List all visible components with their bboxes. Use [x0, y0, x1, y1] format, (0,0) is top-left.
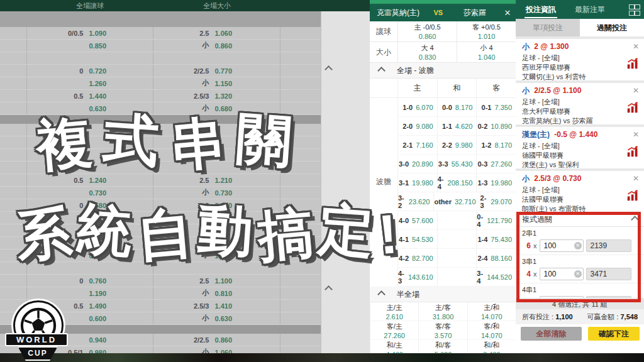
htft-cell[interactable]: 客/客 3.570 [418, 321, 467, 340]
score-odds: 75.430 [491, 236, 512, 243]
bet-sport: 足球 - [全場] [522, 186, 560, 194]
overunder-line: 2/2.5 [194, 67, 209, 75]
score-odds: 19.980 [412, 179, 433, 187]
section-halftime-fulltime[interactable]: 半全場 [370, 287, 516, 302]
score-cell-home[interactable]: 2-0 9.080 [397, 117, 437, 136]
score-cell-away[interactable]: 0-2 10.890 [476, 117, 516, 136]
subtab-single-bet[interactable]: 單項投注 [516, 19, 580, 36]
close-icon[interactable]: ✕ [499, 8, 516, 18]
correct-score-row-label: 波膽 [376, 177, 391, 187]
htft-label: 客/客 [435, 322, 451, 331]
score-cell-away[interactable]: 1-4 75.430 [476, 230, 516, 249]
promo-text-char: 串 [168, 114, 228, 173]
score-cell-home[interactable]: 4-3 143.610 [397, 268, 437, 287]
grid-icon[interactable] [629, 4, 639, 16]
score-cell-draw[interactable]: 4-4 208.150 [437, 173, 477, 192]
vs-label: VS [426, 9, 450, 16]
score-cell-draw[interactable] [437, 230, 477, 249]
htft-cell[interactable]: 主/客 31.800 [418, 302, 467, 321]
overunder-line: 2.5 [199, 177, 209, 184]
score-cell-draw[interactable] [437, 211, 477, 230]
score-cell-home[interactable]: 2-1 7.160 [397, 136, 437, 155]
overunder-line: 小 [202, 314, 209, 323]
promo-text-line1: 複式串關 [36, 114, 303, 170]
htft-label: 客/主 [387, 322, 402, 331]
score-cell-home[interactable]: 3-1 19.980 [397, 173, 437, 192]
odds-cell-home[interactable]: 大 4 0.830 [397, 42, 457, 62]
world-cup-badge: WORLD CUP [5, 300, 68, 362]
clear-input-icon[interactable]: ✕ [574, 242, 582, 250]
score-cell-home[interactable]: 4-2 82.700 [397, 249, 437, 268]
odds-cell-away[interactable]: 客 +0/0.5 1.010 [457, 21, 516, 41]
close-icon[interactable]: ✕ [633, 174, 639, 183]
handicap-line: 0 [79, 67, 83, 75]
score-row: 2-0 9.080 1-1 4.620 0-2 10.890 [370, 117, 516, 136]
score-cell-draw[interactable]: other 32.710 [433, 192, 479, 211]
tab-latest-bets[interactable]: 最新注單 [574, 1, 606, 18]
stats-chart-icon[interactable] [626, 146, 639, 160]
score-cell-away[interactable]: 1-3 19.980 [476, 173, 516, 192]
parlay-combo-count: 6 [519, 241, 531, 250]
htft-cell[interactable]: 客/主 27.260 [370, 321, 418, 340]
promo-text-char: 搞 [256, 204, 316, 264]
score-label: 3-0 [399, 160, 409, 168]
score-cell-home[interactable]: 4-1 54.530 [397, 230, 437, 249]
handicap-cell: 1.260 [26, 77, 153, 89]
stats-chart-icon[interactable] [626, 190, 639, 204]
section-correct-score[interactable]: 全場 - 波膽 [370, 63, 516, 79]
score-label: 1-1 [442, 123, 452, 130]
score-cell-draw[interactable]: 0-0 8.170 [437, 98, 477, 117]
clear-all-button[interactable]: 全部清除 [521, 327, 582, 341]
stats-chart-icon[interactable] [626, 102, 639, 116]
tab-bet-info[interactable]: 投注資訊 [525, 1, 557, 18]
bet-card: 漢堡(主) -0.5 @ 1.440 ✕ 足球 - [全場] 德國甲級聯賽 漢堡… [516, 124, 644, 168]
score-row-spacer [370, 117, 397, 136]
score-cell-away[interactable]: 3-4 144.520 [476, 268, 516, 287]
score-cell-away[interactable]: 0-3 27.260 [476, 155, 516, 173]
score-cell-away[interactable]: 0-1 7.350 [476, 98, 516, 117]
score-cell-away[interactable]: 1-2 8.170 [476, 136, 516, 155]
collapsed-panel-strip [321, 11, 370, 353]
score-cell-draw[interactable]: 1-1 4.620 [437, 117, 477, 136]
empty-cell [280, 334, 320, 346]
htft-cell[interactable]: 主/和 14.070 [467, 302, 516, 321]
bet-selection-name: 小 [522, 42, 530, 51]
overunder-cell: 2.5 1.060 [153, 27, 280, 39]
score-cell-home[interactable]: 4-0 57.600 [397, 211, 437, 230]
score-cell-away[interactable]: 0-4 121.790 [476, 211, 516, 230]
score-cell-home[interactable]: 3-0 20.890 [397, 155, 437, 173]
empty-cell [280, 90, 320, 102]
subtab-parlay-bet[interactable]: 過關投注 [580, 19, 644, 36]
parlay-combo-count: 4 [519, 270, 531, 278]
score-cell-home[interactable]: 3-2 23.620 [397, 192, 433, 211]
score-cell-away[interactable]: 2-3 29.070 [480, 192, 516, 211]
score-cell-home[interactable]: 1-0 6.070 [397, 98, 437, 117]
confirm-bet-button[interactable]: 確認下注 [588, 327, 640, 341]
score-cell-draw[interactable]: 2-2 9.980 [437, 136, 477, 155]
row-label-cell [0, 102, 26, 114]
close-icon[interactable]: ✕ [633, 86, 639, 95]
score-cell-draw[interactable] [437, 249, 477, 268]
overunder-cell: 2.5 1.100 [153, 275, 280, 287]
htft-cell[interactable]: 主/主 2.610 [370, 302, 418, 321]
score-row-spacer [370, 268, 397, 287]
stats-chart-icon[interactable] [626, 58, 639, 72]
score-cell-away[interactable]: 2-4 88.160 [476, 249, 516, 268]
score-cell-draw[interactable]: 3-3 55.430 [437, 155, 477, 173]
clear-input-icon[interactable]: ✕ [574, 270, 582, 278]
htft-cell[interactable]: 客/和 14.070 [467, 321, 516, 340]
parlay-title-row[interactable]: 複式過關 [516, 212, 644, 227]
bet-league-line: 西班牙甲級聯賽 [516, 63, 644, 72]
bet-selection-header: 漢堡(主) -0.5 @ 1.440 [516, 127, 644, 141]
odds-cell-home[interactable]: 主 -0/0.5 0.860 [397, 21, 457, 41]
score-odds: 82.700 [412, 255, 433, 262]
bet-line-and-odds: 2.5/3 @ 0.730 [534, 174, 581, 183]
score-cell-draw[interactable] [437, 268, 477, 287]
overunder-cell: 2/2.5 0.770 [153, 65, 280, 77]
promo-text-char: 定 [316, 201, 375, 260]
close-icon[interactable]: ✕ [633, 42, 639, 51]
odds-cell-away[interactable]: 小 4 1.040 [457, 42, 516, 62]
parlay-total-stake: 3471 [586, 268, 631, 280]
score-row-spacer [370, 98, 397, 117]
close-icon[interactable]: ✕ [633, 130, 639, 139]
